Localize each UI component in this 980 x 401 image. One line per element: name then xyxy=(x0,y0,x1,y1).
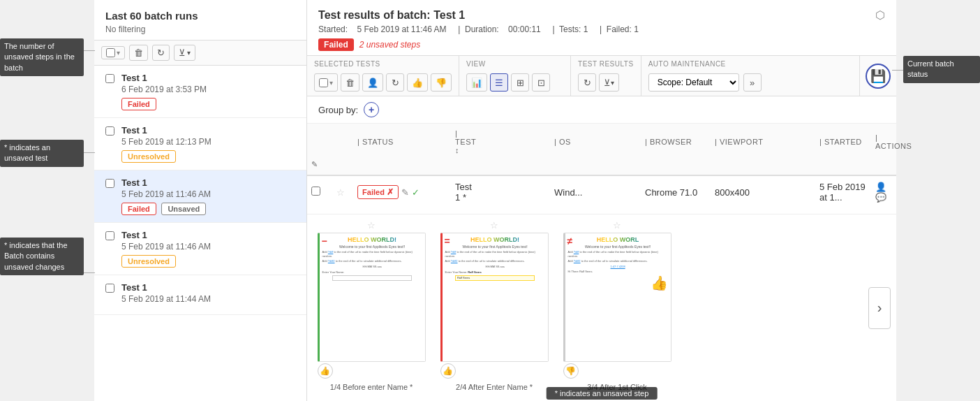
col-actions: | Actions xyxy=(871,131,896,153)
col-empty xyxy=(480,139,550,145)
batch-item-checkbox[interactable] xyxy=(105,284,114,293)
select-all-checkbox-btn[interactable]: ▾ xyxy=(101,46,125,59)
batch-item-title: Test 1 xyxy=(121,125,295,136)
chevron-down-icon-filter: ▾ xyxy=(187,49,191,57)
col-status: | Status xyxy=(353,135,451,149)
batch-item-date: 6 Feb 2019 at 3:53 PM xyxy=(121,85,295,94)
tests-count: Tests: 1 xyxy=(559,24,588,34)
grid-view-button[interactable]: ⊞ xyxy=(511,73,529,92)
test-status-badge: Failed ✗ xyxy=(357,185,399,199)
select-tests-checkbox[interactable] xyxy=(319,78,328,87)
col-browser: | Browser xyxy=(641,135,711,149)
save-button[interactable]: 💾 xyxy=(866,64,891,89)
save-section: 💾 xyxy=(860,56,896,96)
selected-tests-label: SELECTED TESTS xyxy=(314,60,380,68)
thumbdown-btn-3[interactable]: 👎 xyxy=(563,363,579,379)
view-buttons: 📊 ☰ ⊞ ⊡ xyxy=(466,73,550,92)
annotation-unsaved-test: * indicates an unsaved test xyxy=(0,140,84,167)
edit-icon[interactable]: ✎ xyxy=(401,187,409,198)
delete-test-button[interactable]: 🗑 xyxy=(341,73,359,92)
filter-results-button[interactable]: ⊻ ▾ xyxy=(599,73,619,92)
next-screenshot-button[interactable]: › xyxy=(868,287,891,329)
table-view-button[interactable]: ⊡ xyxy=(532,73,550,92)
chart-view-button[interactable]: 📊 xyxy=(466,73,487,92)
batch-item-checkbox[interactable] xyxy=(105,231,114,240)
chevron-down-icon-tests: ▾ xyxy=(329,79,333,87)
refresh-test-button[interactable]: ↻ xyxy=(386,73,404,92)
auto-maintenance-controls: Scope: Default » xyxy=(648,73,762,92)
batch-item[interactable]: Test 1 5 Feb 2019 at 11:46 AM Unresolved xyxy=(94,223,306,275)
batch-item-badge-unresolved: Unresolved xyxy=(121,150,176,163)
select-tests-checkbox-btn[interactable]: ▾ xyxy=(314,73,338,92)
user-test-button[interactable]: 👤 xyxy=(362,73,383,92)
batch-item-checkbox[interactable] xyxy=(105,179,114,188)
test-row: ☆ Failed ✗ ✎ ✓ Test 1 * Wind... Chrome 7… xyxy=(307,176,896,214)
batch-list-sidebar: Last 60 batch runs No filtering ▾ 🗑 ↻ ⊻ … xyxy=(94,0,307,401)
refresh-batch-button[interactable]: ↻ xyxy=(152,45,170,61)
screenshot-item: ☆ ≠ HELLO WORL Welcome to your first App… xyxy=(561,220,673,391)
test-results-section: TEST RESULTS ↻ ⊻ ▾ xyxy=(571,56,641,96)
failed-badge: Failed xyxy=(318,38,354,51)
thumbup-btn-2[interactable]: 👍 xyxy=(440,363,456,379)
batch-item-checkbox[interactable] xyxy=(105,126,114,136)
thumbdown-test-button[interactable]: 👎 xyxy=(431,73,452,92)
select-all-checkbox[interactable] xyxy=(106,48,115,57)
screenshot-star-3[interactable]: ☆ xyxy=(613,220,621,231)
screenshot-star-2[interactable]: ☆ xyxy=(490,220,498,231)
comment-action-icon[interactable]: 💬 xyxy=(875,192,886,203)
row-started: 5 Feb 2019 at 1... xyxy=(815,179,871,205)
user-action-icon[interactable]: 👤 xyxy=(875,182,886,192)
filter-results-icon: ⊻ xyxy=(604,78,611,88)
list-view-button[interactable]: ☰ xyxy=(490,73,508,92)
batch-item-date: 5 Feb 2019 at 11:46 AM xyxy=(121,242,295,251)
test-results-label: TEST RESULTS xyxy=(578,60,634,68)
batch-item-title: Test 1 xyxy=(121,73,295,83)
auto-maintenance-section: AUTO MAINTENANCE Scope: Default » xyxy=(641,56,860,96)
failed-count: Failed: 1 xyxy=(607,24,639,34)
started-label: Started: xyxy=(318,24,348,34)
row-checkbox-input[interactable] xyxy=(311,187,320,196)
batch-badges: Failed 2 unsaved steps xyxy=(318,38,885,51)
apply-maintenance-button[interactable]: » xyxy=(743,73,762,92)
row-browser: Chrome 71.0 xyxy=(641,184,711,200)
screenshot-controls-1: 👍 xyxy=(318,362,426,380)
row-os: Wind... xyxy=(550,184,641,200)
batch-item[interactable]: Test 1 6 Feb 2019 at 3:53 PM Failed xyxy=(94,66,306,118)
delete-batch-button[interactable]: 🗑 xyxy=(129,45,148,61)
batch-item-info: Test 1 5 Feb 2019 at 11:46 AM Unresolved xyxy=(121,230,295,268)
diff-symbol-3: ≠ xyxy=(567,235,573,247)
batch-item-date: 5 Feb 2019 at 12:13 PM xyxy=(121,137,295,147)
batch-item-info: Test 1 5 Feb 2019 at 11:46 AM Failed Uns… xyxy=(121,177,295,215)
selected-tests-section: SELECTED TESTS ▾ 🗑 👤 ↻ 👍 👎 xyxy=(307,56,459,96)
batch-item-checkbox[interactable] xyxy=(105,74,114,83)
star-icon[interactable]: ☆ xyxy=(336,187,345,198)
screenshot-label-2: 2/4 After Enter Name * xyxy=(456,383,533,391)
duration-value: 00:00:11 xyxy=(508,24,541,34)
selected-tests-buttons: ▾ 🗑 👤 ↻ 👍 👎 xyxy=(314,73,452,92)
col-edit: ✎ xyxy=(307,157,332,172)
batch-item[interactable]: Test 1 5 Feb 2019 at 12:13 PM Unresolved xyxy=(94,118,306,170)
refresh-results-button[interactable]: ↻ xyxy=(578,73,596,92)
diff-symbol-2: = xyxy=(445,235,450,247)
row-extra xyxy=(307,205,332,211)
duration-label: Duration: xyxy=(465,24,499,34)
batch-item-selected[interactable]: Test 1 5 Feb 2019 at 11:46 AM Failed Uns… xyxy=(94,170,306,223)
add-group-button[interactable]: + xyxy=(364,102,379,117)
row-star[interactable]: ☆ xyxy=(332,184,353,200)
filter-icon: ⊻ xyxy=(179,48,186,58)
screenshot-star-1[interactable]: ☆ xyxy=(367,220,376,231)
batch-item[interactable]: Test 1 5 Feb 2019 at 11:44 AM xyxy=(94,275,306,315)
batch-item-info: Test 1 6 Feb 2019 at 3:53 PM Failed xyxy=(121,73,295,110)
screenshot-controls-2: 👍 xyxy=(440,362,549,380)
thumbup-btn-1[interactable]: 👍 xyxy=(318,363,333,379)
batch-item-title: Test 1 xyxy=(121,230,295,240)
share-button[interactable]: ⬡ xyxy=(875,8,885,22)
thumbup-test-button[interactable]: 👍 xyxy=(407,73,428,92)
filter-batch-button[interactable]: ⊻ ▾ xyxy=(174,45,195,61)
group-by-bar: Group by: + xyxy=(307,96,896,124)
scope-select[interactable]: Scope: Default xyxy=(648,73,739,92)
check-icon[interactable]: ✓ xyxy=(412,187,420,198)
table-header: | Status | Test ↕ | OS | Browser | Viewp… xyxy=(307,124,896,176)
main-header: Test results of batch: Test 1 ⬡ Started:… xyxy=(307,0,896,56)
x-icon: ✗ xyxy=(387,187,394,197)
